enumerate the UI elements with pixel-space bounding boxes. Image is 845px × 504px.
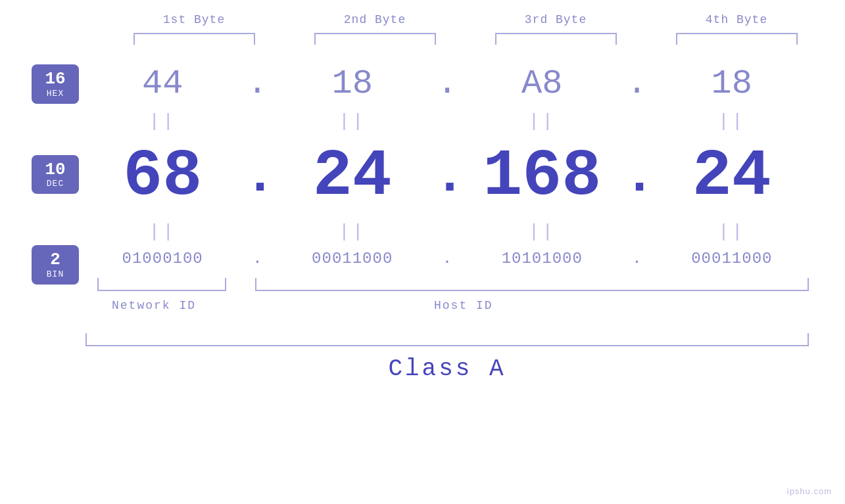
eq2-2: || bbox=[280, 221, 425, 242]
byte-headers: 1st Byte 2nd Byte 3rd Byte 4th Byte bbox=[104, 13, 827, 26]
bin-dot-2: . bbox=[434, 250, 460, 267]
class-bracket bbox=[85, 333, 809, 346]
bracket-top-2 bbox=[314, 33, 436, 45]
hex-val-1: 44 bbox=[90, 64, 235, 103]
dec-row: 68 . 24 . 168 . 24 bbox=[85, 139, 809, 214]
eq2-4: || bbox=[660, 221, 804, 242]
class-label: Class A bbox=[85, 355, 809, 382]
bracket-top-3 bbox=[495, 33, 617, 45]
dec-number: 10 bbox=[38, 160, 72, 179]
dec-dot-1: . bbox=[244, 147, 270, 206]
eq1-2: || bbox=[280, 111, 425, 131]
byte2-label: 2nd Byte bbox=[302, 13, 447, 26]
dec-val-3: 168 bbox=[470, 139, 614, 214]
bracket-top-1 bbox=[133, 33, 255, 45]
base-labels: 16 HEX 10 DEC 2 BIN bbox=[0, 51, 85, 285]
bin-val-1: 01000100 bbox=[90, 250, 235, 267]
host-bracket bbox=[255, 278, 809, 291]
dec-val-2: 24 bbox=[280, 139, 425, 214]
data-grid: 44 . 18 . A8 . 18 || || || || 68 bbox=[85, 51, 845, 382]
hex-badge: 16 HEX bbox=[32, 64, 79, 104]
equals-row-1: || || || || bbox=[85, 111, 809, 131]
bin-dot-1: . bbox=[244, 250, 270, 267]
bin-val-4: 00011000 bbox=[660, 250, 804, 267]
hex-name: HEX bbox=[38, 89, 72, 99]
eq1-1: || bbox=[90, 111, 235, 131]
hex-row: 44 . 18 . A8 . 18 bbox=[85, 64, 809, 103]
eq2-1: || bbox=[90, 221, 235, 242]
hex-val-3: A8 bbox=[470, 64, 614, 103]
dec-val-1: 68 bbox=[90, 139, 235, 214]
network-id-label: Network ID bbox=[112, 299, 196, 312]
bin-row: 01000100 . 00011000 . 10101000 . 0001100… bbox=[85, 250, 809, 267]
dec-dot-2: . bbox=[434, 147, 460, 206]
bottom-brackets bbox=[85, 278, 809, 295]
bin-number: 2 bbox=[38, 250, 72, 269]
id-labels-row: Network ID Host ID bbox=[85, 299, 809, 323]
hex-dot-2: . bbox=[434, 64, 460, 103]
bin-dot-3: . bbox=[624, 250, 650, 267]
dec-val-4: 24 bbox=[660, 139, 804, 214]
brackets-top bbox=[104, 33, 827, 45]
byte3-label: 3rd Byte bbox=[483, 13, 628, 26]
main-container: 1st Byte 2nd Byte 3rd Byte 4th Byte 16 H… bbox=[0, 0, 845, 504]
hex-val-2: 18 bbox=[280, 64, 425, 103]
eq1-4: || bbox=[660, 111, 804, 131]
content-area: 16 HEX 10 DEC 2 BIN 44 . 18 . A8 . 18 bbox=[0, 51, 845, 382]
equals-row-2: || || || || bbox=[85, 221, 809, 242]
bin-val-2: 00011000 bbox=[280, 250, 425, 267]
bin-val-3: 10101000 bbox=[470, 250, 614, 267]
hex-val-4: 18 bbox=[660, 64, 804, 103]
byte4-label: 4th Byte bbox=[664, 13, 809, 26]
hex-number: 16 bbox=[38, 70, 72, 89]
byte1-label: 1st Byte bbox=[122, 13, 266, 26]
hex-dot-3: . bbox=[624, 64, 650, 103]
network-bracket bbox=[97, 278, 226, 291]
dec-badge: 10 DEC bbox=[32, 155, 79, 195]
watermark: ipshu.com bbox=[787, 486, 832, 496]
bin-badge: 2 BIN bbox=[32, 245, 79, 285]
eq1-3: || bbox=[470, 111, 614, 131]
bracket-top-4 bbox=[676, 33, 798, 45]
eq2-3: || bbox=[470, 221, 614, 242]
dec-name: DEC bbox=[38, 179, 72, 189]
hex-dot-1: . bbox=[244, 64, 270, 103]
dec-dot-3: . bbox=[624, 147, 650, 206]
bin-name: BIN bbox=[38, 269, 72, 279]
host-id-label: Host ID bbox=[434, 299, 493, 312]
